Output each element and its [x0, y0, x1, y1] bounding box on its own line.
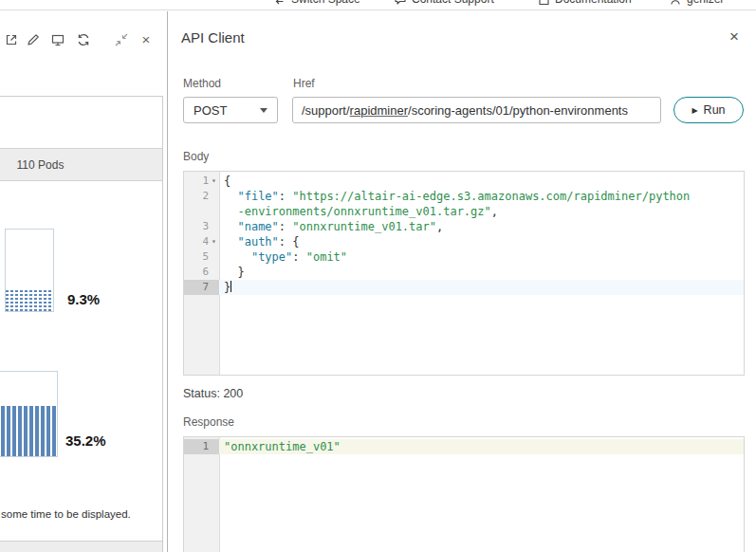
topbar-item-label: Documentation — [555, 0, 632, 6]
code-line[interactable]: 7} — [184, 280, 744, 295]
code-text: "auth": { — [219, 234, 744, 249]
body-label: Body — [183, 150, 209, 163]
href-text-underlined: rapidminer — [350, 103, 408, 118]
topbar-item-label: genizer — [687, 0, 724, 6]
code-line[interactable]: 6 } — [184, 265, 744, 280]
code-line[interactable]: 2 "file": "https://altair-ai-edge.s3.ama… — [184, 189, 744, 204]
line-number: 7 — [184, 280, 219, 295]
code-text: "type": "omit" — [219, 249, 744, 265]
line-number: 6 — [184, 265, 219, 280]
code-text: } — [219, 265, 744, 280]
app-root: Switch SpaceContact SupportDocumentation… — [0, 0, 756, 552]
code-text: -environments/onnxruntime_v01.tar.gz", — [219, 204, 744, 219]
pods-header-label: 110 Pods — [0, 158, 81, 172]
method-label: Method — [183, 77, 221, 90]
code-line[interactable]: -environments/onnxruntime_v01.tar.gz", — [184, 204, 744, 219]
switch-icon — [273, 0, 286, 6]
topbar-item-label: Switch Space — [291, 0, 360, 6]
usage-chart-2 — [0, 371, 58, 457]
topbar-item-switch-space[interactable]: Switch Space — [273, 0, 360, 10]
refresh-icon[interactable] — [76, 32, 91, 47]
line-number: 1▾ — [184, 174, 219, 189]
pods-card: 110 Pods 9.3% 35.2% some time to be disp… — [0, 96, 163, 552]
display-icon[interactable] — [50, 32, 65, 47]
document-icon — [537, 0, 550, 6]
topbar-item-label: Contact Support — [412, 0, 494, 6]
topbar-item-user-menu[interactable]: genizer — [669, 0, 724, 10]
href-label: Href — [293, 77, 315, 90]
line-number: 5 — [184, 249, 219, 265]
left-panel: × 110 Pods 9.3% 35.2% some time to be di… — [0, 11, 166, 552]
pods-header: 110 Pods — [0, 148, 162, 181]
topbar-nav: Switch SpaceContact SupportDocumentation… — [0, 0, 756, 10]
topbar-item-documentation[interactable]: Documentation — [537, 0, 632, 10]
usage-percent-2: 35.2% — [65, 432, 106, 449]
api-client-panel: API Client × Method Href POST /support/r… — [167, 11, 756, 552]
chart-bars — [6, 289, 53, 311]
code-line[interactable]: 1▾{ — [184, 174, 744, 189]
fold-arrow-icon[interactable]: ▾ — [209, 174, 219, 189]
code-line[interactable]: 4▾ "auth": { — [184, 234, 744, 249]
code-text: "file": "https://altair-ai-edge.s3.amazo… — [219, 189, 744, 204]
line-number — [184, 204, 219, 219]
topbar-item-contact-support[interactable]: Contact Support — [394, 0, 494, 10]
popout-icon[interactable] — [4, 32, 19, 47]
line-number: 4▾ — [184, 234, 219, 249]
code-line[interactable]: 1"onnxruntime_v01" — [184, 439, 744, 454]
line-number: 1 — [184, 439, 219, 454]
chart-bars — [0, 406, 57, 456]
panel-title: API Client — [181, 29, 245, 46]
run-button[interactable]: ▶ Run — [673, 97, 744, 123]
chat-icon — [394, 0, 407, 6]
code-text: "name": "onnxruntime_v01.tar", — [219, 219, 744, 234]
href-text: /support/ — [302, 103, 350, 118]
close-panel-icon[interactable]: × — [138, 32, 154, 47]
usage-chart-1 — [5, 229, 54, 312]
chevron-down-icon — [260, 108, 267, 113]
text-cursor — [230, 281, 231, 292]
close-icon[interactable]: × — [729, 28, 739, 45]
usage-percent-1: 9.3% — [67, 291, 100, 307]
topbar: Switch SpaceContact SupportDocumentation… — [0, 0, 756, 10]
left-toolbar: × — [0, 28, 166, 55]
section-header-strip — [0, 541, 162, 552]
method-value: POST — [194, 103, 227, 118]
fold-arrow-icon[interactable]: ▾ — [209, 234, 219, 249]
line-number: 3 — [184, 219, 219, 234]
code-text: { — [219, 174, 744, 189]
code-text: } — [219, 280, 744, 295]
response-label: Response — [183, 415, 234, 429]
edit-icon[interactable] — [26, 32, 41, 47]
href-text: /scoring-agents/01/python-environments — [408, 103, 628, 118]
code-text: "onnxruntime_v01" — [219, 439, 744, 454]
line-number: 2 — [184, 189, 219, 204]
body-editor[interactable]: 1▾{2 "file": "https://altair-ai-edge.s3.… — [183, 171, 745, 376]
href-input[interactable]: /support/rapidminer/scoring-agents/01/py… — [292, 97, 661, 123]
user-icon — [669, 0, 682, 6]
status-text: Status: 200 — [183, 387, 243, 400]
info-note: some time to be displayed. — [1, 508, 131, 520]
code-line[interactable]: 3 "name": "onnxruntime_v01.tar", — [184, 219, 744, 234]
run-label: Run — [704, 103, 726, 117]
method-select[interactable]: POST — [183, 97, 278, 123]
collapse-icon[interactable] — [114, 32, 129, 47]
response-editor[interactable]: 1"onnxruntime_v01" — [183, 436, 745, 552]
code-line[interactable]: 5 "type": "omit" — [184, 249, 744, 265]
play-icon: ▶ — [691, 106, 697, 115]
